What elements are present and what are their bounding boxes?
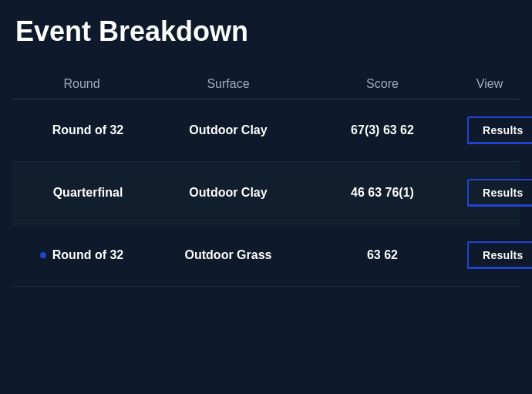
table-row: Round of 32 Outdoor Grass 63 62 Results	[12, 224, 520, 287]
cell-round: Round of 32	[12, 248, 151, 262]
table-row: Quarterfinal Outdoor Clay 46 63 76(1) Re…	[12, 162, 520, 224]
page-container: Event Breakdown Round Surface Score View…	[0, 0, 532, 302]
cell-score: 67(3) 63 62	[305, 123, 460, 137]
header-round: Round	[12, 77, 151, 91]
cell-results: Results	[460, 241, 532, 269]
cell-results: Results	[460, 179, 532, 207]
results-button[interactable]: Results	[467, 179, 532, 207]
cell-round: Quarterfinal	[12, 186, 151, 200]
results-button[interactable]: Results	[467, 241, 532, 269]
event-table: Round Surface Score View Round of 32 Out…	[12, 71, 520, 287]
cell-results: Results	[460, 116, 532, 144]
cell-score: 46 63 76(1)	[305, 186, 460, 200]
table-row: Round of 32 Outdoor Clay 67(3) 63 62 Res…	[12, 99, 520, 162]
results-button[interactable]: Results	[467, 116, 532, 144]
cell-score: 63 62	[305, 248, 460, 262]
table-header: Round Surface Score View	[12, 71, 520, 99]
header-surface: Surface	[151, 77, 305, 91]
table-body: Round of 32 Outdoor Clay 67(3) 63 62 Res…	[12, 99, 520, 287]
header-score: Score	[305, 77, 460, 91]
cell-surface: Outdoor Clay	[151, 123, 305, 137]
row-indicator	[40, 252, 46, 258]
cell-surface: Outdoor Clay	[151, 186, 305, 200]
cell-round: Round of 32	[12, 123, 151, 137]
header-view: View	[460, 77, 520, 91]
cell-surface: Outdoor Grass	[151, 248, 305, 262]
page-title: Event Breakdown	[12, 15, 520, 48]
